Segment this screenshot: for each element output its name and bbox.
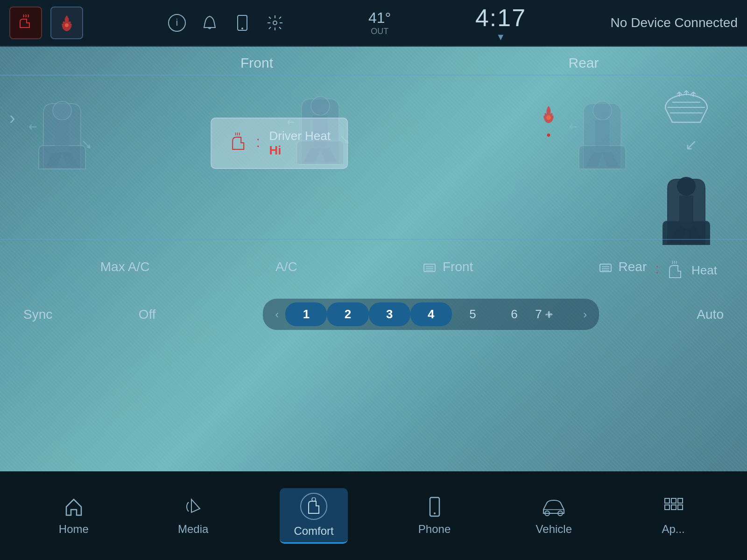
rear-label: Rear: [420, 55, 747, 71]
home-nav-label: Home: [59, 523, 89, 536]
fan-speed-slider: ‹ 1 2 3 4 5 6 7 ›: [263, 299, 599, 330]
front-label: Front: [443, 259, 473, 274]
clock-display: 4:17 ▼: [475, 4, 526, 42]
vehicle-nav-label: Vehicle: [536, 523, 572, 536]
max-ac-label: Max A/C: [100, 259, 150, 274]
steering-wheel-heat-icon: [537, 104, 560, 127]
svg-rect-29: [665, 498, 669, 503]
svg-rect-32: [665, 505, 669, 510]
media-icon: [182, 496, 204, 518]
steering-heat-section[interactable]: ●: [537, 104, 560, 139]
svg-rect-31: [678, 498, 683, 503]
center-seat-section: ⁚ Driver Heat Hi: [104, 80, 537, 174]
ac-button[interactable]: A/C: [264, 254, 309, 280]
driver-heat-title: Driver Heat: [269, 129, 331, 143]
svg-point-23: [312, 497, 316, 501]
front-defroster-button[interactable]: Front: [411, 254, 485, 280]
svg-point-13: [677, 177, 696, 196]
driver-heat-text: Driver Heat Hi: [269, 129, 331, 158]
svg-point-8: [546, 115, 551, 120]
apps-nav-label: Ap...: [662, 523, 684, 536]
driver-heat-box[interactable]: ⁚ Driver Heat Hi: [211, 118, 348, 169]
nav-comfort[interactable]: Comfort: [280, 488, 347, 544]
fan-speed-3[interactable]: 3: [369, 302, 410, 326]
driver-seat-section[interactable]: [20, 85, 104, 180]
off-label: Off: [139, 307, 185, 322]
apps-icon: [662, 496, 684, 518]
svg-rect-33: [671, 505, 676, 510]
rear-seat-section[interactable]: [560, 85, 644, 180]
fan-speed-7[interactable]: 7: [535, 302, 577, 326]
auto-label: Auto: [677, 307, 724, 322]
bell-icon[interactable]: [200, 14, 219, 32]
section-header: Front Rear: [0, 47, 747, 76]
fan-speed-5[interactable]: 5: [452, 302, 493, 326]
svg-rect-34: [678, 505, 683, 510]
fan-speed-6[interactable]: 6: [493, 302, 535, 326]
driver-heat-seat-icon: [228, 133, 247, 154]
temperature-display: 41° OUT: [368, 9, 391, 36]
top-bar: i 41° OUT 4:17 ▼ No Device Connected: [0, 0, 747, 47]
svg-point-0: [65, 23, 69, 27]
heated-seat-icon-box[interactable]: [9, 7, 42, 39]
fan-prev-button[interactable]: ‹: [268, 305, 285, 324]
svg-point-5: [273, 21, 277, 25]
driver-heat-dots: ⁚: [256, 137, 260, 150]
no-device-label: No Device Connected: [611, 15, 738, 30]
max-ac-button[interactable]: Max A/C: [89, 254, 162, 280]
phone-nav-label: Phone: [418, 523, 451, 536]
ac-controls-row: Max A/C A/C Front Rear: [0, 245, 747, 289]
svg-point-6: [53, 101, 71, 120]
sync-label: Sync: [23, 307, 70, 322]
top-bar-center-icons: i: [168, 14, 284, 32]
svg-text:i: i: [176, 17, 177, 28]
clock-chevron: ▼: [475, 32, 526, 42]
nav-vehicle[interactable]: Vehicle: [521, 491, 586, 540]
fan-speed-2[interactable]: 2: [327, 302, 368, 326]
fan-speed-4[interactable]: 4: [410, 302, 452, 326]
flame-icon-box[interactable]: [50, 7, 83, 39]
driver-heat-level: Hi: [269, 143, 331, 158]
comfort-icon-circle: [300, 493, 327, 520]
ac-label: A/C: [275, 259, 297, 274]
phone-icon-top[interactable]: [233, 14, 252, 32]
nav-apps[interactable]: Ap...: [641, 491, 706, 540]
fan-icon: [544, 310, 554, 319]
svg-rect-30: [671, 498, 676, 503]
temp-value: 41°: [368, 9, 391, 27]
settings-icon[interactable]: [266, 14, 284, 32]
temp-unit-label: OUT: [368, 27, 391, 36]
vehicle-icon: [540, 496, 568, 518]
fan-speed-1[interactable]: 1: [285, 302, 327, 326]
info-icon[interactable]: i: [168, 14, 186, 32]
seats-main-row: ›: [0, 80, 747, 234]
rear-defroster-button[interactable]: Rear: [587, 254, 658, 280]
comfort-seat-icon: [305, 497, 323, 515]
phone-nav-icon: [423, 496, 446, 518]
bottom-nav-bar: Home Media Comfort Phone Veh: [0, 471, 747, 560]
rear-defroster-icon: [599, 261, 612, 274]
svg-point-9: [593, 101, 612, 120]
clock-time: 4:17: [475, 4, 526, 32]
steering-heat-dot: ●: [546, 131, 551, 139]
driver-seat-icon: [20, 85, 104, 178]
home-icon: [63, 496, 85, 518]
svg-point-7: [311, 97, 330, 115]
rear-seat-icon: [560, 85, 644, 178]
left-arrow-icon[interactable]: ›: [9, 108, 15, 128]
main-content: Front Rear ›: [0, 47, 747, 471]
rear-label: Rear: [619, 259, 647, 274]
seat-down-arrow[interactable]: ↙: [685, 136, 698, 154]
media-nav-label: Media: [178, 523, 208, 536]
section-divider: [0, 239, 747, 240]
nav-phone[interactable]: Phone: [402, 491, 467, 540]
fan-next-button[interactable]: ›: [577, 305, 593, 324]
rear-defroster-icon[interactable]: [663, 90, 710, 129]
svg-point-4: [241, 28, 243, 29]
nav-media[interactable]: Media: [161, 491, 226, 540]
fan-speed-row: Sync Off ‹ 1 2 3 4 5 6 7 › Auto: [0, 292, 747, 337]
front-label: Front: [0, 55, 420, 71]
comfort-nav-label: Comfort: [294, 525, 333, 538]
front-defroster-icon: [423, 261, 436, 274]
nav-home[interactable]: Home: [41, 491, 106, 540]
